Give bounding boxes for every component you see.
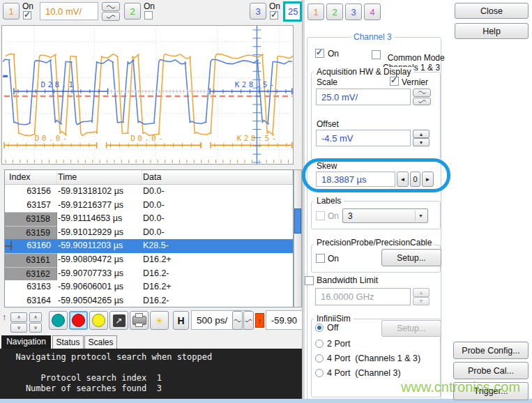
infiniisim-option-2-port[interactable]: 2 Port [315, 339, 350, 349]
display-button[interactable]: ☀ [150, 311, 169, 330]
radio-label: 2 Port [327, 339, 350, 349]
cell-time: -59.90809472 µs [57, 253, 142, 267]
scale-coarse-adjust-button[interactable] [413, 89, 431, 97]
scale-fine-adjust-button[interactable] [413, 98, 431, 106]
trigger-marker-icon[interactable]: ↑ [255, 313, 264, 328]
cell-index: 63158 [5, 212, 57, 226]
column-header-index[interactable]: Index [5, 170, 57, 184]
vernier-checkbox[interactable] [390, 77, 399, 86]
table-row[interactable]: 63163-59.90606001 µsD16.2+ [5, 280, 293, 294]
printer-icon [132, 316, 146, 325]
table-row[interactable]: 63164-59.90504265 µsD16.2- [5, 294, 293, 308]
stop-icon [72, 314, 85, 327]
labels-combo[interactable]: 3 ▼ [342, 208, 428, 223]
oscilloscope-app: { "icons": { "up_arrow": "↑", "pan_arrow… [0, 0, 532, 403]
scale-fine-button[interactable] [102, 12, 120, 21]
timebase-fine-button[interactable] [243, 311, 254, 330]
skew-zero-button[interactable]: 0 [410, 172, 420, 187]
channel-1-scale-field[interactable]: 10.0 mV/ [40, 2, 98, 20]
tab-navigation[interactable]: Navigation [1, 335, 51, 349]
step-down-button[interactable]: ∨ [29, 323, 42, 333]
panel-channel-4-tab[interactable]: 4 [364, 3, 381, 20]
close-button[interactable]: Close [455, 3, 529, 19]
labels-on-checkbox[interactable] [316, 211, 325, 220]
navigation-console: Navigating protocol search when stopped … [0, 349, 302, 399]
table-header: Index Time Data [5, 170, 293, 185]
probe-config-button[interactable]: Probe Config... [453, 342, 529, 359]
horizontal-button[interactable]: H [173, 311, 189, 330]
top-toolbar: 1 On 10.0 mV/ 2 On 3 On 25 [0, 0, 302, 23]
precision-on-checkbox[interactable] [316, 254, 325, 263]
panel-channel-1-tab[interactable]: 1 [307, 3, 324, 20]
table-row[interactable]: 63157-59.91216377 µsD0.0- [5, 199, 293, 213]
bandwidth-limit-checkbox[interactable] [305, 276, 314, 285]
cell-index: 63157 [5, 199, 57, 213]
skew-value-field[interactable]: 18.3887 µs [316, 172, 395, 187]
run-button[interactable] [49, 311, 68, 330]
cell-data: D0.0- [142, 226, 293, 240]
tab-status[interactable]: Status [52, 335, 84, 349]
single-button[interactable] [89, 311, 108, 330]
channel-1-button[interactable]: 1 [3, 3, 20, 20]
tab-scales[interactable]: Scales [84, 335, 117, 349]
table-row[interactable]: 63161-59.90809472 µsD16.2+ [5, 253, 293, 267]
channel-2-on-checkbox[interactable] [144, 11, 153, 20]
infiniisim-option-4-port-channel-3-[interactable]: 4 Port (Channel 3) [315, 368, 401, 378]
skew-increment-button[interactable]: ► [422, 172, 434, 187]
table-body: 63156-59.91318102 µsD0.0-63157-59.912163… [5, 185, 293, 307]
help-button[interactable]: Help [455, 23, 529, 39]
radio-label: Off [327, 323, 338, 333]
skew-decrement-button[interactable]: ◄ [397, 172, 409, 187]
offset-value-field[interactable]: -4.5 mV [316, 130, 411, 146]
channel-2-button[interactable]: 2 [124, 3, 141, 20]
channel-3-scale-field-active[interactable]: 25 [283, 1, 302, 22]
cell-index: 63164 [5, 294, 57, 308]
table-row[interactable]: 63158-59.91114653 µsD0.0- [5, 212, 293, 226]
table-row[interactable]: 63156-59.91318102 µsD0.0- [5, 185, 293, 199]
offset-down-button[interactable]: ▼ [413, 138, 430, 146]
waveform-display[interactable]: D0.0-D0.0-K28.5-D28.1K28.5- [1, 25, 294, 165]
column-header-data[interactable]: Data [142, 170, 293, 184]
panel-channel-3-tab[interactable]: 3 [345, 3, 362, 20]
infiniisim-option-off[interactable]: Off [315, 323, 338, 333]
cell-index: 63163 [5, 280, 57, 294]
cell-index: 63161 [5, 253, 57, 267]
timebase-coarse-button[interactable] [232, 311, 243, 330]
table-row[interactable]: 63162-59.90707733 µsD16.2- [5, 267, 293, 281]
table-row[interactable]: 63160-59.90911203 µsK28.5- [5, 239, 293, 253]
infiniisim-option-4-port-channels-1-3-[interactable]: 4 Port (Channels 1 & 3) [315, 353, 420, 363]
bandwidth-limit-label: Bandwidth Limit [317, 275, 378, 285]
table-row[interactable]: 63159-59.91012929 µsD0.0- [5, 226, 293, 240]
cell-index: 63156 [5, 185, 57, 199]
column-header-time[interactable]: Time [57, 170, 142, 184]
nav-down-button[interactable]: ∨ [10, 323, 27, 333]
common-mode-checkbox[interactable] [372, 50, 381, 59]
bandwidth-up-button[interactable]: ▲ [413, 288, 430, 297]
radio-icon [315, 340, 324, 348]
scale-coarse-button[interactable] [102, 2, 120, 11]
infiniisim-setup-button[interactable]: Setup... [381, 320, 441, 337]
channel-3-on-checkbox[interactable] [270, 11, 278, 20]
channel-on-checkbox[interactable] [315, 49, 324, 58]
scale-value-field[interactable]: 25.0 mV/ [316, 89, 411, 105]
nav-up-button[interactable]: ∧ [10, 312, 27, 322]
channel-3-button[interactable]: 3 [250, 3, 266, 20]
panel-channel-2-tab[interactable]: 2 [326, 3, 343, 20]
stop-button[interactable] [69, 311, 88, 330]
touch-button[interactable]: ↗ [109, 311, 128, 330]
print-button[interactable] [130, 311, 149, 330]
table-scrollbar[interactable] [294, 169, 302, 307]
bandwidth-value-field[interactable]: 16.0000 GHz [315, 288, 411, 305]
run-icon [52, 314, 65, 327]
probe-cal-button[interactable]: Probe Cal... [453, 362, 529, 379]
scale-label: Scale [317, 77, 337, 87]
precision-setup-button[interactable]: Setup... [381, 249, 441, 266]
bandwidth-down-button[interactable]: ▼ [413, 297, 430, 306]
trigger-position-field[interactable]: -59.90 [266, 310, 302, 330]
cell-time: -59.90911203 µs [57, 239, 142, 253]
step-up-button[interactable]: ∧ [29, 312, 42, 322]
channel-1-on-checkbox[interactable] [23, 11, 31, 20]
labels-group-title: Labels [314, 196, 344, 206]
offset-up-button[interactable]: ▲ [413, 130, 430, 138]
scrollbar-thumb[interactable] [294, 208, 301, 234]
